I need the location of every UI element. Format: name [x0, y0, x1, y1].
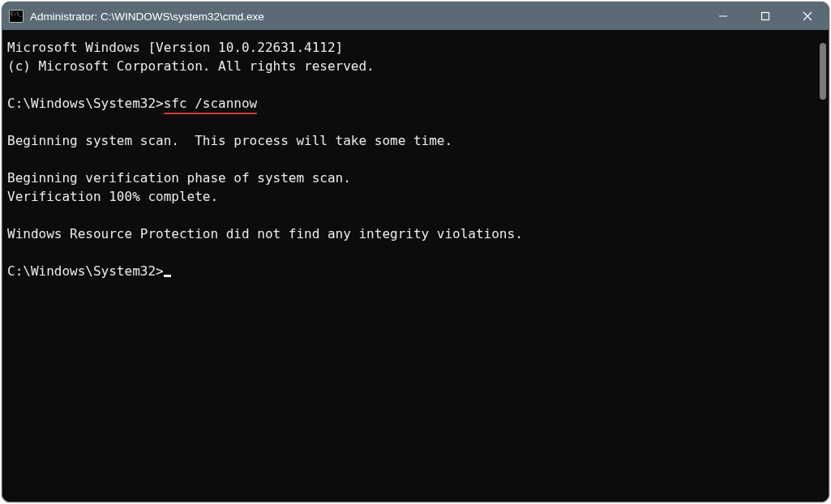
prompt-line: C:\Windows\System32> [7, 262, 811, 280]
cmd-window: Administrator: C:\WINDOWS\system32\cmd.e… [2, 2, 829, 502]
prompt-line: C:\Windows\System32>sfc /scannow [7, 94, 811, 113]
output-line: Windows Resource Protection did not find… [7, 224, 811, 243]
maximize-button[interactable] [744, 2, 786, 30]
close-icon [803, 11, 812, 21]
window-title: Administrator: C:\WINDOWS\system32\cmd.e… [30, 11, 702, 23]
close-button[interactable] [786, 2, 829, 30]
text-cursor [164, 275, 171, 277]
svg-rect-1 [762, 13, 769, 20]
maximize-icon [760, 11, 770, 21]
blank-line [7, 75, 811, 94]
output-line: Microsoft Windows [Version 10.0.22631.41… [7, 38, 811, 57]
prompt-path: C:\Windows\System32> [7, 263, 164, 279]
prompt-path: C:\Windows\System32> [7, 96, 164, 111]
output-line: (c) Microsoft Corporation. All rights re… [7, 57, 811, 75]
minimize-button[interactable] [702, 2, 744, 30]
entered-command: sfc /scannow [164, 94, 258, 113]
terminal-area: Microsoft Windows [Version 10.0.22631.41… [2, 30, 829, 502]
output-line: Beginning verification phase of system s… [7, 169, 811, 187]
output-line: Beginning system scan. This process will… [7, 131, 811, 150]
blank-line [7, 243, 811, 262]
cmd-icon [9, 10, 24, 23]
titlebar[interactable]: Administrator: C:\WINDOWS\system32\cmd.e… [2, 2, 829, 30]
vertical-scrollbar[interactable] [816, 30, 829, 502]
output-line: Verification 100% complete. [7, 187, 811, 206]
terminal-output[interactable]: Microsoft Windows [Version 10.0.22631.41… [2, 30, 816, 502]
minimize-icon [718, 11, 728, 21]
blank-line [7, 113, 811, 131]
blank-line [7, 150, 811, 169]
blank-line [7, 206, 811, 224]
window-controls [702, 2, 829, 30]
scrollbar-thumb[interactable] [820, 43, 826, 100]
